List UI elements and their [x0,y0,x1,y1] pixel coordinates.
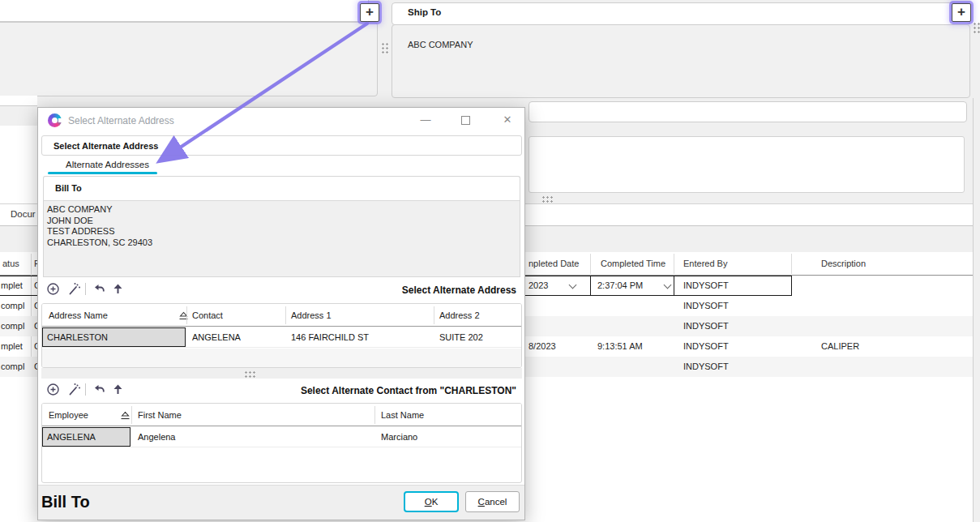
left-strip [0,126,37,203]
cancel-button[interactable]: Cancel [465,491,520,512]
left-splitter-handle[interactable] [381,42,389,54]
right-group-body [529,136,965,193]
add-address-button-shipto[interactable]: + [952,3,971,22]
toolbar-separator [85,383,86,396]
billto-line: ABC COMPANY [47,204,520,216]
tab-alternate-addresses[interactable]: Alternate Addresses [66,160,149,169]
move-up-icon[interactable] [111,383,125,396]
toolbar-separator [85,283,86,295]
col-description[interactable]: Description [821,259,866,268]
billto-line: TEST ADDRESS [47,226,520,237]
dialog-title: Select Alternate Address [68,115,174,126]
undo-icon[interactable] [92,282,105,296]
left-strip-top [0,96,37,106]
left-panel-header [0,0,369,22]
address-grid-caption: Select Alternate Address [402,285,516,296]
col-completed-time[interactable]: Completed Time [601,259,665,268]
select-alternate-address-dialog: Select Alternate Address — ✕ Select Alte… [37,107,525,520]
app-screen: + Ship To ABC COMPANY + Docur atus R npl… [0,0,980,522]
close-button[interactable]: ✕ [500,113,515,126]
empty-row [42,349,521,368]
add-icon[interactable] [46,282,60,296]
mid-splitter-handle[interactable] [541,195,554,203]
documents-tab[interactable]: Docur [11,209,36,219]
ship-to-title: Ship To [408,7,441,17]
col-completed-date[interactable]: npleted Date [529,259,579,268]
ship-to-company: ABC COMPANY [408,40,473,49]
ok-button[interactable]: OK [404,491,459,512]
corner-fill [970,0,980,24]
sort-icon [120,411,131,420]
contact-grid-header[interactable]: Employee First Name Last Name [42,404,521,426]
add-icon[interactable] [46,383,60,396]
sort-icon [178,311,189,320]
col-entered-by[interactable]: Entered By [683,259,727,268]
address-grid: Address Name Contact Address 1 Address 2… [41,303,522,368]
dialog-splitter[interactable] [41,368,522,379]
undo-icon[interactable] [92,383,105,396]
address-row[interactable]: CHARLESTON ANGELENA 146 FAIRCHILD ST SUI… [42,327,521,348]
right-group-header [529,101,967,122]
maximize-button[interactable] [461,116,470,125]
billto-header: Bill To [43,176,520,200]
splitter-grip-icon [244,370,256,379]
billto-address-box: ABC COMPANY JOHN DOE TEST ADDRESS CHARLE… [43,200,520,277]
footer-heading: Bill To [41,493,90,511]
billto-line: CHARLESTON, SC 29403 [47,237,520,249]
dialog-groupbox: Select Alternate Address [41,135,522,156]
billto-label: Bill To [55,183,82,193]
ship-to-header [392,2,970,25]
col-status[interactable]: atus [2,259,19,268]
ship-to-body [392,24,970,98]
contact-row[interactable]: ANGELENA Angelena Marciano [42,427,521,447]
app-logo-icon [48,113,62,127]
move-up-icon[interactable] [111,282,125,296]
address-grid-header[interactable]: Address Name Contact Address 1 Address 2 [42,304,521,327]
dialog-footer: Bill To OK Cancel [38,485,524,520]
magic-wand-icon[interactable] [67,383,81,396]
right-splitter-handle[interactable] [973,22,980,34]
contact-grid: Employee First Name Last Name ANGELENA A… [41,403,522,483]
minimize-button[interactable]: — [417,113,434,126]
add-address-button-left[interactable]: + [360,3,379,22]
groupbox-label: Select Alternate Address [53,141,158,151]
tab-active-indicator [48,172,157,174]
right-edge-border [973,98,974,522]
left-panel-body [0,22,378,96]
contact-grid-caption: Select Alternate Contact from "CHARLESTO… [301,385,516,396]
magic-wand-icon[interactable] [67,282,81,296]
billto-line: JOHN DOE [47,216,520,227]
dialog-titlebar[interactable]: Select Alternate Address — ✕ [38,108,524,133]
